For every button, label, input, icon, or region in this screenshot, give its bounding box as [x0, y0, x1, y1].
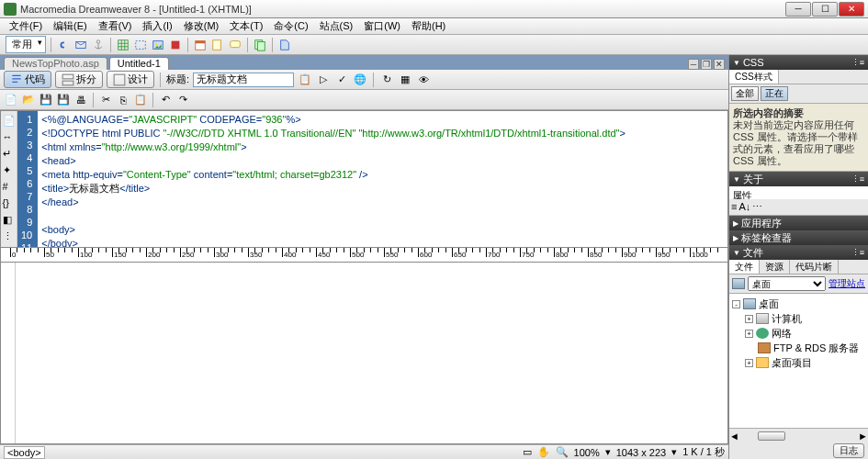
- anchor-icon[interactable]: [91, 38, 106, 52]
- panel-menu-icon[interactable]: ⋮≡: [851, 58, 864, 67]
- tab-close-icon[interactable]: ✕: [714, 59, 725, 70]
- save-icon[interactable]: 💾: [39, 93, 53, 107]
- css-current-button[interactable]: 正在: [761, 86, 788, 101]
- tree-ftp[interactable]: FTP & RDS 服务器: [732, 341, 865, 355]
- document-title-input[interactable]: [193, 73, 294, 87]
- menu-text[interactable]: 文本(T): [224, 19, 268, 33]
- media-icon[interactable]: [168, 38, 183, 52]
- tree-root[interactable]: -桌面: [732, 297, 865, 311]
- props-icon1[interactable]: ≡: [731, 201, 737, 213]
- check-icon[interactable]: ✓: [334, 73, 349, 87]
- minimize-button[interactable]: ─: [785, 2, 811, 17]
- menu-file[interactable]: 文件(F): [4, 19, 48, 33]
- menu-modify[interactable]: 修改(M): [178, 19, 225, 33]
- nosave-icon[interactable]: 📋: [298, 73, 312, 87]
- open-icon[interactable]: 📂: [21, 93, 36, 107]
- server-include-icon[interactable]: [210, 38, 225, 52]
- gutter-more-icon[interactable]: ⋮: [3, 230, 16, 243]
- maximize-button[interactable]: ☐: [812, 2, 838, 17]
- saveall-icon[interactable]: 💾: [56, 93, 71, 107]
- log-button[interactable]: 日志: [833, 443, 864, 458]
- table-icon[interactable]: [116, 38, 130, 52]
- code-editor[interactable]: <%@LANGUAGE="JAVASCRIPT" CODEPAGE="936"%…: [38, 111, 727, 247]
- app-panel-header[interactable]: ▶应用程序: [729, 216, 868, 230]
- window-title: Macromedia Dreamweaver 8 - [Untitled-1 (…: [20, 4, 785, 15]
- menu-window[interactable]: 窗口(W): [358, 19, 406, 33]
- svg-rect-14: [62, 81, 73, 85]
- site-dropdown[interactable]: 桌面: [748, 276, 826, 291]
- gutter-snippet-icon[interactable]: ◧: [3, 214, 16, 227]
- gutter-collapse-icon[interactable]: ↔: [3, 131, 16, 144]
- props-sort-icon[interactable]: A↓: [738, 201, 750, 213]
- props-icon3[interactable]: ⋯: [752, 201, 762, 213]
- tag-selector[interactable]: <body>: [4, 446, 45, 459]
- assets-tab[interactable]: 资源: [760, 260, 790, 274]
- menu-edit[interactable]: 编辑(E): [48, 19, 93, 33]
- gutter-indent-icon[interactable]: {}: [3, 197, 16, 210]
- horizontal-scrollbar[interactable]: ◄►: [729, 428, 868, 442]
- about-panel-header[interactable]: ▼关于⋮≡: [729, 172, 868, 186]
- props-subheader: 属性: [729, 186, 868, 199]
- code-view: 📄 ↔ ↵ ✦ # {} ◧ ⋮ 123456789101112 <%@LANG…: [0, 110, 728, 248]
- tag-inspector-header[interactable]: ▶标签检查器: [729, 230, 868, 245]
- visual-aids-icon[interactable]: 👁: [416, 73, 431, 87]
- files-tab[interactable]: 文件: [729, 260, 760, 274]
- drive-icon: [732, 278, 745, 289]
- gutter-wrap-icon[interactable]: ↵: [3, 148, 16, 161]
- tree-computer[interactable]: +计算机: [732, 311, 865, 326]
- files-panel-header[interactable]: ▼文件⋮≡: [729, 245, 868, 260]
- validate-icon[interactable]: ▷: [316, 73, 331, 87]
- comment-icon[interactable]: [228, 38, 242, 52]
- redo-icon[interactable]: ↷: [175, 93, 190, 107]
- svg-rect-8: [196, 40, 206, 43]
- div-icon[interactable]: [133, 38, 148, 52]
- menu-commands[interactable]: 命令(C): [268, 19, 313, 33]
- tab-restore-icon[interactable]: ❐: [701, 59, 712, 70]
- menu-site[interactable]: 站点(S): [314, 19, 359, 33]
- print-icon[interactable]: 🖶: [73, 93, 88, 107]
- menu-view[interactable]: 查看(V): [93, 19, 138, 33]
- tab-active[interactable]: Untitled-1: [109, 57, 169, 70]
- css-all-button[interactable]: 全部: [731, 86, 759, 101]
- split-view-button[interactable]: 拆分: [55, 71, 103, 88]
- templates-icon[interactable]: [253, 38, 267, 52]
- image-icon[interactable]: [151, 38, 165, 52]
- hand-tool-icon[interactable]: ✋: [537, 446, 550, 458]
- gutter-open-icon[interactable]: 📄: [3, 115, 16, 128]
- zoom-tool-icon[interactable]: 🔍: [556, 446, 569, 458]
- undo-icon[interactable]: ↶: [158, 93, 173, 107]
- design-canvas[interactable]: [16, 263, 727, 443]
- paste-icon[interactable]: 📋: [133, 93, 148, 107]
- css-panel-header[interactable]: ▼CSS⋮≡: [729, 55, 868, 70]
- cut-icon[interactable]: ✂: [98, 93, 113, 107]
- tab-minimize-icon[interactable]: ─: [688, 59, 699, 70]
- gutter-highlight-icon[interactable]: ✦: [3, 164, 16, 177]
- design-view[interactable]: [0, 263, 728, 444]
- email-icon[interactable]: [73, 38, 88, 52]
- menu-help[interactable]: 帮助(H): [406, 19, 451, 33]
- close-button[interactable]: ✕: [839, 2, 864, 17]
- zoom-level[interactable]: 100%: [574, 447, 600, 458]
- select-tool-icon[interactable]: ▭: [523, 446, 532, 458]
- window-size[interactable]: 1043 x 223: [616, 447, 666, 458]
- css-styles-tab[interactable]: CSS样式: [729, 70, 779, 84]
- design-view-button[interactable]: 设计: [107, 71, 154, 88]
- copy-icon[interactable]: ⎘: [116, 93, 130, 107]
- files-tree[interactable]: -桌面 +计算机 +网络 FTP & RDS 服务器 +桌面项目: [729, 294, 868, 428]
- new-icon[interactable]: 📄: [4, 93, 18, 107]
- tree-desktop-items[interactable]: +桌面项目: [732, 355, 865, 370]
- menu-insert[interactable]: 插入(I): [137, 19, 177, 33]
- gutter-lineno-icon[interactable]: #: [3, 181, 16, 194]
- tree-network[interactable]: +网络: [732, 326, 865, 341]
- tag-chooser-icon[interactable]: [277, 38, 292, 52]
- insert-category-dropdown[interactable]: 常用: [6, 36, 46, 53]
- hyperlink-icon[interactable]: [56, 38, 71, 52]
- code-view-button[interactable]: 代码: [4, 71, 51, 88]
- date-icon[interactable]: [193, 38, 208, 52]
- tab-inactive[interactable]: NewsTopPhoto.asp: [4, 57, 107, 70]
- snippets-tab[interactable]: 代码片断: [790, 260, 839, 274]
- view-options-icon[interactable]: ▦: [398, 73, 412, 87]
- manage-sites-link[interactable]: 管理站点: [829, 277, 865, 290]
- browser-icon[interactable]: 🌐: [353, 73, 367, 87]
- refresh-icon[interactable]: ↻: [379, 73, 394, 87]
